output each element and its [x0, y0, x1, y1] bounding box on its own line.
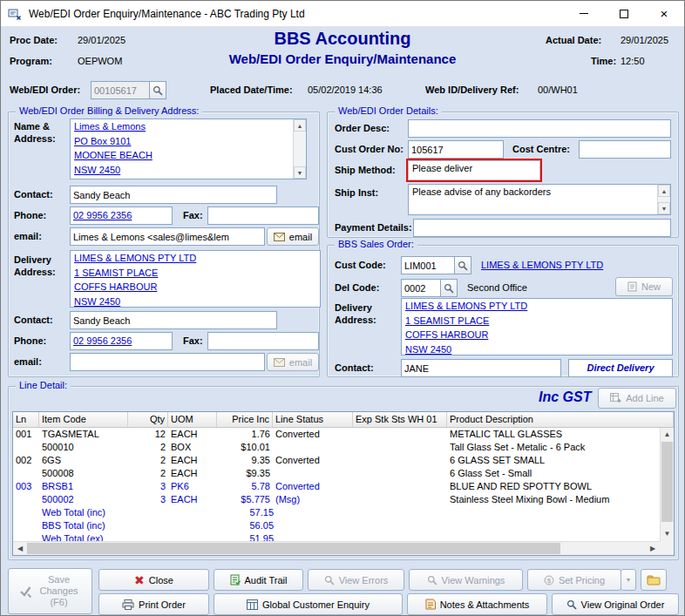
billing-delivery-box: LIMES & LEMONS PTY LTD 1 SEAMIST PLACE C… — [70, 250, 321, 308]
audit-trail-button[interactable]: Audit Trail — [214, 569, 303, 591]
minimize-button[interactable] — [564, 1, 604, 26]
cell-line-status: Converted — [273, 454, 353, 467]
ship-inst-field[interactable]: Please advise of any backorders ▲ ▼ — [408, 184, 671, 215]
program-label: Program: — [10, 56, 52, 66]
envelope-icon — [274, 358, 285, 367]
delivery-contact-input[interactable] — [70, 311, 277, 329]
cell-product-description: 6 Glass Set - Small — [447, 467, 660, 480]
billing-address-link[interactable]: MOONEE BEACH — [71, 148, 306, 163]
bbs-delivery-link[interactable]: COFFS HARBOUR — [402, 328, 672, 342]
cell-price: $5.775 — [217, 493, 273, 506]
del-code-input[interactable] — [401, 279, 441, 297]
cell-uom: EACH — [168, 493, 217, 506]
phone-link[interactable]: 02 9956 2356 — [71, 207, 172, 220]
view-errors-button[interactable]: View Errors — [308, 569, 404, 591]
table-row[interactable]: 001 TGASMETAL 12 EACH 1.76 Converted MET… — [13, 428, 660, 441]
cust-code-input[interactable] — [401, 256, 455, 274]
order-lookup-button[interactable] — [149, 81, 166, 99]
set-pricing-dropdown-button[interactable]: ▼ — [621, 569, 636, 591]
billing-address-link[interactable]: PO Box 9101 — [71, 134, 306, 149]
bbs-delivery-address-label: Delivery Address: — [335, 301, 385, 326]
table-row[interactable]: 002 6GS 2 EACH 9.35 Converted 6 GLASS SE… — [13, 454, 660, 467]
total-label: BBS Total (inc) — [39, 519, 179, 532]
delivery-fax-input[interactable] — [207, 332, 319, 350]
vertical-scroll-thumb[interactable] — [661, 442, 673, 522]
billing-address-link[interactable]: NSW 2450 — [71, 163, 306, 178]
phone2-label: Phone: — [14, 335, 46, 346]
billing-address-link[interactable]: Limes & Lemons — [71, 119, 306, 134]
cell-uom: BOX — [168, 441, 217, 454]
bbs-delivery-link[interactable]: LIMES & LEMONS PTY LTD — [402, 299, 672, 314]
scroll-up-icon[interactable]: ▲ — [658, 185, 670, 197]
order-desc-input[interactable] — [408, 119, 671, 138]
phone-label: Phone: — [14, 210, 46, 220]
table-row-selected[interactable]: 500002 3 EACH $5.775 (Msg) Stainless Ste… — [13, 493, 660, 506]
global-customer-enquiry-button[interactable]: Global Customer Enquiry — [214, 593, 403, 615]
table-row-selected[interactable]: 003 BRSB1 3 PK6 5.78 Converted BLUE AND … — [13, 480, 660, 493]
delivery-address-link[interactable]: LIMES & LEMONS PTY LTD — [71, 251, 320, 266]
table-vertical-scrollbar[interactable]: ▲ ▼ — [660, 428, 674, 541]
delivery-email-input[interactable] — [70, 353, 265, 371]
view-warnings-button[interactable]: View Warnings — [409, 569, 523, 591]
placed-date-value: 05/02/2019 14:36 — [308, 85, 383, 95]
delivery-email-button[interactable]: email — [267, 353, 319, 371]
table-row[interactable]: 500010 2 BOX $10.01 Tall Glass Set - Met… — [13, 441, 660, 454]
bbs-contact-input[interactable] — [401, 359, 561, 377]
add-line-button[interactable]: Add Line — [598, 388, 676, 409]
save-button-label: Save Changes (F6) — [37, 574, 82, 608]
billing-email-button[interactable]: email — [267, 227, 319, 246]
ship-method-field[interactable]: Please deliver — [408, 160, 540, 180]
close-button[interactable]: × — [644, 1, 684, 26]
cell-ln: 002 — [13, 454, 39, 467]
bbs-delivery-link[interactable]: NSW 2450 — [402, 342, 672, 356]
table-row[interactable]: 500008 2 EACH $9.35 6 Glass Set - Small — [13, 467, 660, 480]
billing-phone-field[interactable]: 02 9956 2356 — [70, 206, 173, 225]
phone-link[interactable]: 02 9956 2356 — [71, 333, 172, 346]
scroll-up-icon[interactable]: ▲ — [661, 428, 674, 442]
scroll-up-icon[interactable]: ▲ — [294, 119, 306, 132]
ship-method-label: Ship Method: — [335, 165, 396, 175]
close-order-button[interactable]: ✖ Close — [98, 569, 209, 591]
cell-ln: 001 — [13, 428, 39, 441]
billing-contact-input[interactable] — [70, 186, 277, 204]
billing-email-input[interactable] — [70, 227, 265, 246]
delivery-address-link[interactable]: 1 SEAMIST PLACE — [71, 266, 320, 281]
delivery-address-link[interactable]: NSW 2450 — [71, 294, 320, 308]
cost-centre-input[interactable] — [579, 140, 671, 159]
maximize-button[interactable] — [604, 1, 644, 26]
payment-details-input[interactable] — [413, 219, 671, 237]
del-code-lookup-button[interactable] — [440, 279, 458, 297]
billing-fax-input[interactable] — [207, 206, 319, 225]
notes-attachments-button[interactable]: Notes & Attachments — [407, 593, 547, 615]
line-items-table: Ln Item Code Qty UOM Price Inc Line Stat… — [12, 411, 675, 556]
folder-button[interactable] — [641, 569, 667, 591]
table-horizontal-scrollbar[interactable]: ◀ ▶ — [13, 541, 660, 555]
web-edi-order-input[interactable] — [91, 81, 150, 99]
cust-code-lookup-button[interactable] — [454, 256, 471, 274]
scroll-right-icon[interactable]: ▶ — [646, 542, 660, 555]
minimize-icon — [580, 13, 588, 14]
scroll-down-icon[interactable]: ▼ — [658, 202, 670, 214]
set-pricing-button[interactable]: $ Set Pricing — [527, 569, 621, 591]
cell-uom: EACH — [168, 467, 217, 480]
scroll-down-icon[interactable]: ▼ — [661, 527, 674, 541]
delivery-address-link[interactable]: COFFS HARBOUR — [71, 280, 320, 294]
scroll-left-icon[interactable]: ◀ — [13, 542, 27, 555]
print-order-button[interactable]: Print Order — [98, 593, 209, 615]
delivery-phone-field[interactable]: 02 9956 2356 — [70, 332, 173, 350]
ship-inst-scrollbar[interactable]: ▲ ▼ — [657, 185, 670, 214]
new-delivery-button[interactable]: New — [615, 277, 673, 296]
cell-exp-stk — [353, 480, 447, 493]
cell-product-description: 6 GLASS SET SMALL — [447, 454, 660, 467]
scroll-down-icon[interactable]: ▼ — [294, 166, 306, 179]
email-label: email: — [14, 231, 42, 241]
view-original-order-button[interactable]: View Original Order — [552, 593, 679, 615]
save-changes-button[interactable]: Save Changes (F6) — [8, 568, 92, 614]
cust-order-input[interactable] — [408, 140, 504, 159]
cust-code-label: Cust Code: — [335, 260, 386, 270]
cust-name-link[interactable]: LIMES & LEMONS PTY LTD — [481, 260, 603, 270]
cell-price: 1.76 — [217, 428, 273, 441]
horizontal-scroll-thumb[interactable] — [27, 543, 560, 554]
bbs-delivery-link[interactable]: 1 SEAMIST PLACE — [402, 314, 672, 328]
billing-address-scrollbar[interactable]: ▲ ▼ — [293, 119, 306, 179]
